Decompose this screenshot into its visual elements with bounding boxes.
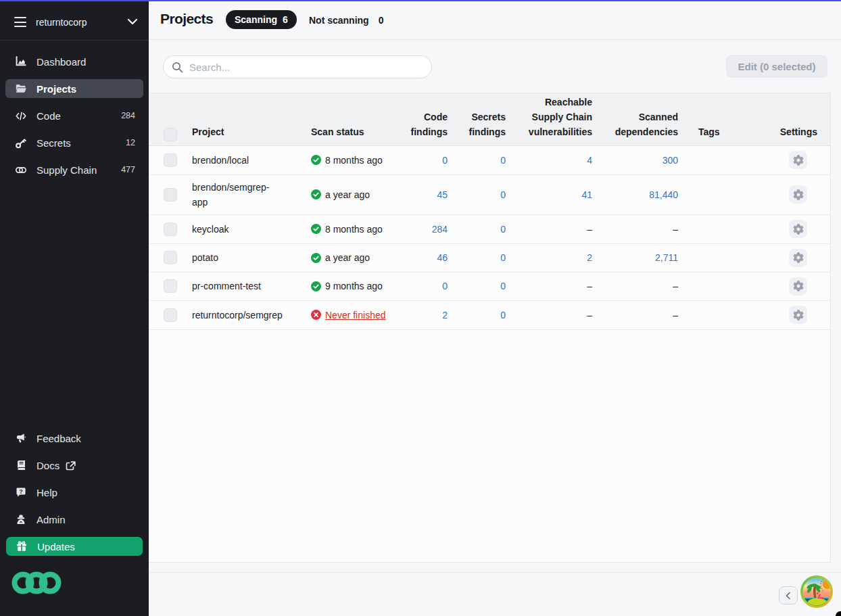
- svg-text:?: ?: [19, 488, 23, 495]
